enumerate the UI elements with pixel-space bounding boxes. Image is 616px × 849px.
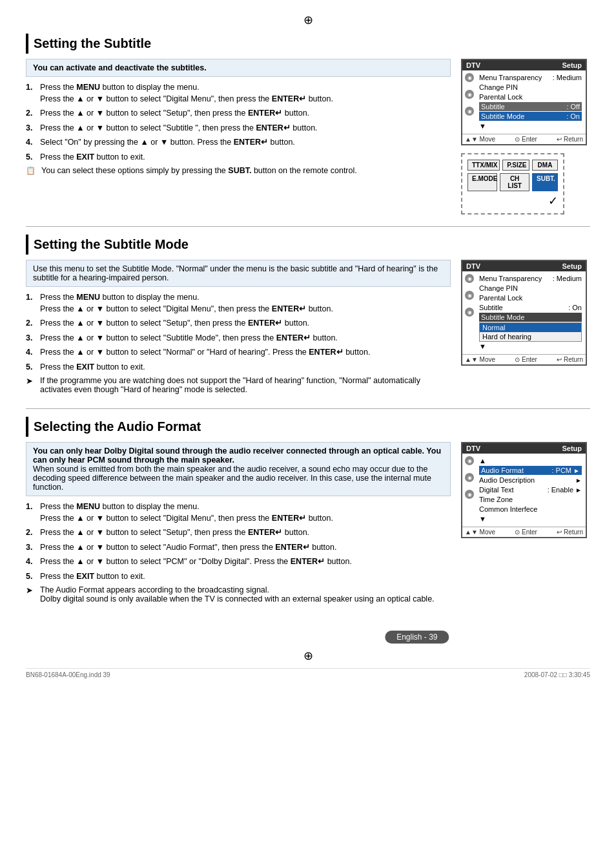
- page-number: English - 39: [385, 631, 449, 644]
- subtitle-info-text: You can activate and deactivate the subt…: [33, 63, 207, 72]
- section-audio-format: Selecting the Audio Format You can only …: [26, 417, 590, 606]
- dtv-row-change-pin: Change PIN: [479, 83, 582, 92]
- remote-btn-emode: E.MODE: [467, 173, 497, 191]
- dtv-sm-row-down: ▼: [479, 342, 582, 351]
- audio-format-note: ➤ The Audio Format appears according to …: [26, 585, 451, 603]
- dtv-row-subtitle-mode-on: Subtitle Mode: On: [479, 112, 582, 121]
- step-3: 3. Press the ▲ or ▼ button to select "Su…: [26, 123, 451, 134]
- section-subtitle-right: DTV Setup ◉ ◉ ◉ Menu Transparency: Mediu…: [461, 59, 590, 215]
- subtitle-mode-steps: 1. Press the MENU button to display the …: [26, 292, 451, 373]
- dtv-header-af: DTV Setup: [462, 443, 586, 454]
- step-4: 4. Select "On" by pressing the ▲ or ▼ bu…: [26, 137, 451, 149]
- sm-step-2: 2. Press the ▲ or ▼ button to select "Se…: [26, 318, 451, 330]
- section-subtitle: Setting the Subtitle You can activate an…: [26, 34, 590, 215]
- dtv-sm-row-4: Subtitle: On: [479, 303, 582, 312]
- subtitle-info-box: You can activate and deactivate the subt…: [26, 59, 451, 77]
- dtv-content-af: ▲ Audio Format: PCM ► Audio Description►…: [479, 456, 582, 523]
- remote-btn-chlist: CH LIST: [500, 173, 529, 191]
- dtv-af-row-audio-desc: Audio Description►: [479, 476, 582, 485]
- dtv-icon-af-3: ◉: [465, 490, 474, 499]
- section-audio-format-right: DTV Setup ◉ ◉ ◉ ▲ Audio Format: PCM: [461, 442, 590, 606]
- dtv-icon-sm-2: ◉: [465, 291, 474, 300]
- dtv-af-row-common-interface: Common Interfece: [479, 505, 582, 514]
- dtv-af-row-down: ▼: [479, 514, 582, 523]
- dtv-body-subtitle: ◉ ◉ ◉ Menu Transparency: Medium Change P…: [462, 70, 586, 134]
- dtv-row-down1: ▼: [479, 121, 582, 131]
- dtv-sm-row-2: Change PIN: [479, 284, 582, 293]
- section-subtitle-mode-right: DTV Setup ◉ ◉ ◉ Menu Transparency: Mediu…: [461, 260, 590, 397]
- step-2: 2. Press the ▲ or ▼ button to select "Se…: [26, 108, 451, 120]
- dtv-af-row-up: ▲: [479, 456, 582, 465]
- subtitle-note: 📋 You can select these options simply by…: [26, 166, 451, 175]
- dtv-panel-subtitle: DTV Setup ◉ ◉ ◉ Menu Transparency: Mediu…: [461, 59, 587, 145]
- remote-btn-dma: DMA: [532, 160, 558, 171]
- sm-step-3: 3. Press the ▲ or ▼ button to select "Su…: [26, 333, 451, 344]
- dtv-af-row-time-zone: Time Zone: [479, 495, 582, 504]
- dtv-row-parental: Parental Lock: [479, 92, 582, 101]
- dtv-dropdown-normal: Normal: [480, 323, 581, 332]
- remote-btn-subt: SUBT.: [532, 173, 558, 191]
- dtv-content-subtitle: Menu Transparency: Medium Change PIN Par…: [479, 73, 582, 131]
- dtv-icon-2: ◉: [465, 90, 474, 99]
- dtv-icon-sm-1: ◉: [465, 274, 474, 283]
- sm-step-4: 4. Press the ▲ or ▼ button to select "No…: [26, 347, 451, 359]
- remote-row-1: TTX/MIX P.SIZE DMA: [467, 160, 558, 171]
- sm-step-1: 1. Press the MENU button to display the …: [26, 292, 451, 315]
- dtv-row-subtitle-off: Subtitle: Off: [479, 102, 582, 111]
- section-subtitle-left: You can activate and deactivate the subt…: [26, 59, 451, 215]
- dtv-content-sm: Menu Transparency: Medium Change PIN Par…: [479, 274, 582, 351]
- dtv-af-row-digital-text: Digital Text: Enable ►: [479, 485, 582, 494]
- remote-btn-psize: P.SIZE: [502, 160, 529, 171]
- dtv-icon-1: ◉: [465, 73, 474, 82]
- bottom-compass-icon: ⊕: [26, 649, 590, 663]
- af-step-3: 3. Press the ▲ or ▼ button to select "Au…: [26, 542, 451, 554]
- remote-row-2: E.MODE CH LIST SUBT.: [467, 173, 558, 191]
- dtv-body-sm: ◉ ◉ ◉ Menu Transparency: Medium Change P…: [462, 271, 586, 354]
- top-compass-icon: ⊕: [26, 13, 590, 27]
- step-5: 5. Press the EXIT button to exit.: [26, 152, 451, 163]
- dtv-icon-af-1: ◉: [465, 456, 474, 465]
- dtv-sm-row-subtitle-mode: Subtitle Mode: [479, 313, 582, 322]
- audio-format-info-box: You can only hear Dolby Digital sound th…: [26, 442, 451, 496]
- section-audio-format-title: Selecting the Audio Format: [26, 417, 590, 437]
- dtv-af-row-audio-format: Audio Format: PCM ►: [479, 466, 582, 475]
- dtv-sm-dropdown: Normal Hard of hearing: [479, 322, 582, 342]
- dtv-icons-sm: ◉ ◉ ◉: [464, 271, 475, 354]
- note-icon: 📋: [26, 166, 39, 175]
- dtv-icon-af-2: ◉: [465, 473, 474, 482]
- dtv-dropdown-hard: Hard of hearing: [480, 332, 581, 341]
- dtv-footer-sm: ▲▼ Move ⊙ Enter ↩ Return: [462, 354, 586, 364]
- page-footer-container: English - 39: [26, 618, 590, 644]
- dtv-panel-subtitle-mode: DTV Setup ◉ ◉ ◉ Menu Transparency: Mediu…: [461, 260, 587, 366]
- dtv-sm-row-3: Parental Lock: [479, 293, 582, 302]
- dtv-header-sm: DTV Setup: [462, 261, 586, 271]
- af-step-4: 4. Press the ▲ or ▼ button to select "PC…: [26, 556, 451, 568]
- dtv-body-af: ◉ ◉ ◉ ▲ Audio Format: PCM ► Audio Descri…: [462, 454, 586, 527]
- dtv-sm-row-1: Menu Transparency: Medium: [479, 274, 582, 283]
- section-subtitle-mode-title: Setting the Subtitle Mode: [26, 235, 590, 255]
- remote-panel-subtitle: TTX/MIX P.SIZE DMA E.MODE CH LIST SUBT. …: [461, 153, 564, 215]
- sm-step-5: 5. Press the EXIT button to exit.: [26, 362, 451, 373]
- af-step-2: 2. Press the ▲ or ▼ button to select "Se…: [26, 527, 451, 539]
- dtv-footer-af: ▲▼ Move ⊙ Enter ↩ Return: [462, 527, 586, 537]
- subtitle-steps: 1. Press the MENU button to display the …: [26, 82, 451, 163]
- subtitle-mode-info-box: Use this menu to set the Subtitle Mode. …: [26, 260, 451, 287]
- audio-format-steps: 1. Press the MENU button to display the …: [26, 501, 451, 582]
- subtitle-mode-info-text: Use this menu to set the Subtitle Mode. …: [33, 264, 438, 282]
- section-subtitle-title: Setting the Subtitle: [26, 34, 590, 54]
- divider-2: [26, 408, 590, 409]
- dtv-icons-af: ◉ ◉ ◉: [464, 454, 475, 527]
- dtv-row-menu-trans: Menu Transparency: Medium: [479, 73, 582, 82]
- dtv-panel-audio-format: DTV Setup ◉ ◉ ◉ ▲ Audio Format: PCM: [461, 442, 587, 538]
- dtv-icon-3: ◉: [465, 107, 474, 116]
- doc-footer-right: 2008-07-02 □□ 3:30:45: [524, 671, 590, 678]
- divider-1: [26, 226, 590, 227]
- step-1: 1. Press the MENU button to display the …: [26, 82, 451, 105]
- dtv-icons: ◉ ◉ ◉: [464, 70, 475, 134]
- af-step-1: 1. Press the MENU button to display the …: [26, 501, 451, 524]
- dtv-header-subtitle: DTV Setup: [462, 60, 586, 70]
- remote-checkmark: ✓: [467, 194, 558, 208]
- doc-footer: BN68-01684A-00Eng.indd 39 2008-07-02 □□ …: [26, 668, 590, 678]
- section-audio-format-left: You can only hear Dolby Digital sound th…: [26, 442, 451, 606]
- dtv-icon-sm-3: ◉: [465, 308, 474, 317]
